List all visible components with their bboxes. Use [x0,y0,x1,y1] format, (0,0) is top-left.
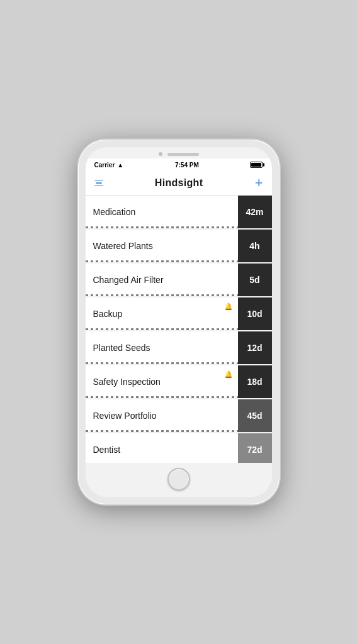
item-time-review-portfolio: 45d [238,399,272,432]
add-button[interactable]: + [255,176,263,190]
status-left: Carrier ▲ [94,162,124,169]
nav-bar: Hindsight + [86,171,272,196]
wifi-icon: ▲ [117,162,123,169]
item-progress-planted-seeds [86,362,238,364]
filter-icon-line1 [94,180,103,182]
item-label-planted-seeds: Planted Seeds [93,343,230,353]
item-time-medication: 42m [238,196,272,228]
phone-top-hardware [86,147,272,158]
filter-icon-line3 [94,185,103,186]
filter-button[interactable] [94,180,103,186]
list-item-dentist[interactable]: Dentist72d [86,433,272,463]
speaker [167,153,199,156]
item-progress-medication [86,226,238,228]
item-label-watered-plants: Watered Plants [93,241,230,251]
item-time-dentist: 72d [238,433,272,463]
item-content-dentist: Dentist [86,433,238,463]
item-label-review-portfolio: Review Portfolio [93,411,230,421]
item-progress-review-portfolio [86,430,238,432]
item-label-backup: Backup [93,309,230,319]
item-content-watered-plants: Watered Plants [86,230,238,262]
page-title: Hindsight [155,177,203,189]
item-content-review-portfolio: Review Portfolio [86,399,238,432]
item-content-medication: Medication [86,196,238,228]
phone-frame: Carrier ▲ 7:54 PM Hindsight + Medication… [78,140,280,504]
filter-icon-line2 [96,182,102,184]
battery-fill [251,163,261,167]
list-item-watered-plants[interactable]: Watered Plants4h [86,230,272,262]
item-label-dentist: Dentist [93,445,230,455]
item-time-safety-inspection: 18d [238,365,272,398]
item-time-changed-air-filter: 5d [238,264,272,296]
item-label-changed-air-filter: Changed Air Filter [93,275,230,285]
item-progress-changed-air-filter [86,294,238,296]
phone-screen: Carrier ▲ 7:54 PM Hindsight + Medication… [86,147,272,497]
phone-bottom [86,463,272,497]
status-time: 7:54 PM [175,162,199,169]
item-time-backup: 10d [238,297,272,330]
item-time-planted-seeds: 12d [238,331,272,364]
status-bar: Carrier ▲ 7:54 PM [86,158,272,171]
list-item-changed-air-filter[interactable]: Changed Air Filter5d [86,264,272,296]
carrier-label: Carrier [94,162,115,169]
item-progress-backup [86,328,238,330]
item-content-backup: Backup🔔 [86,297,238,330]
status-right [250,162,263,168]
bell-icon: 🔔 [224,370,233,379]
list-item-medication[interactable]: Medication42m [86,196,272,228]
item-content-planted-seeds: Planted Seeds [86,331,238,364]
item-label-safety-inspection: Safety Inspection [93,377,230,387]
item-label-medication: Medication [93,207,230,217]
list-item-review-portfolio[interactable]: Review Portfolio45d [86,399,272,432]
item-progress-safety-inspection [86,396,238,398]
item-content-changed-air-filter: Changed Air Filter [86,264,238,296]
list-item-safety-inspection[interactable]: Safety Inspection🔔18d [86,365,272,398]
item-progress-watered-plants [86,260,238,262]
item-time-watered-plants: 4h [238,230,272,262]
list-item-planted-seeds[interactable]: Planted Seeds12d [86,331,272,364]
battery-icon [250,162,263,168]
bell-icon: 🔔 [224,303,233,311]
camera [159,152,162,156]
home-button[interactable] [167,468,190,491]
task-list: Medication42mWatered Plants4hChanged Air… [86,196,272,463]
list-item-backup[interactable]: Backup🔔10d [86,297,272,330]
item-content-safety-inspection: Safety Inspection🔔 [86,365,238,398]
